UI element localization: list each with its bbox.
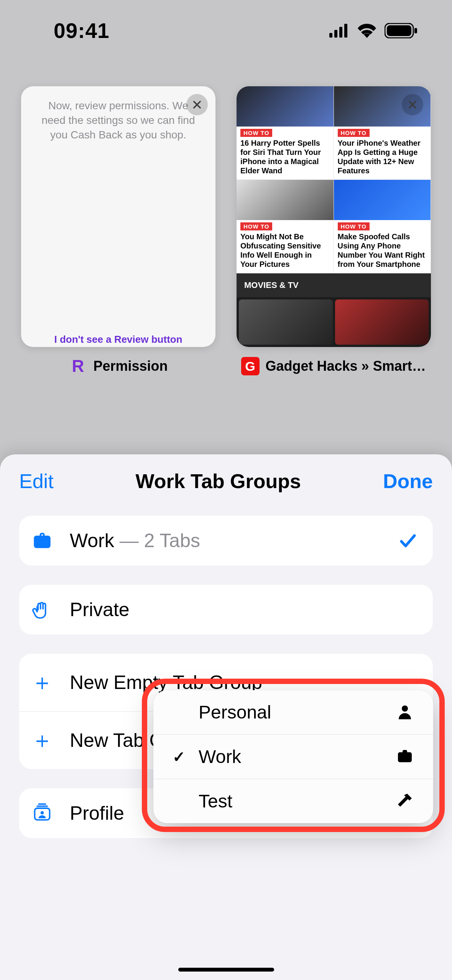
wifi-icon <box>357 23 377 38</box>
article-grid: HOW TO16 Harry Potter Spells for Siri Th… <box>237 86 431 273</box>
tab1-favicon: R <box>69 357 87 375</box>
hand-icon <box>31 600 54 620</box>
done-button[interactable]: Done <box>383 470 433 493</box>
hammer-icon <box>396 792 414 811</box>
plus-icon: ＋ <box>31 668 54 697</box>
close-tab-button[interactable] <box>402 94 423 115</box>
selected-check-icon: ✓ <box>173 748 188 766</box>
profile-option-work[interactable]: ✓ Work <box>153 734 433 779</box>
cellular-icon <box>329 24 349 38</box>
profile-picker-popover: Personal ✓ Work Test <box>153 690 433 823</box>
status-indicators <box>329 23 417 38</box>
movies-strip <box>237 297 431 347</box>
section-header: MOVIES & TV <box>237 273 431 297</box>
tab1-title: Permission <box>93 358 168 374</box>
plus-icon: ＋ <box>31 725 54 755</box>
tab-card-gadgethacks[interactable]: HOW TO16 Harry Potter Spells for Siri Th… <box>237 86 431 375</box>
tab-card-permission[interactable]: Now, review permissions. We need the set… <box>21 86 215 375</box>
profile-option-test[interactable]: Test <box>153 779 433 823</box>
briefcase-icon <box>31 531 54 551</box>
profile-icon <box>31 803 54 823</box>
tab2-favicon: G <box>241 357 260 375</box>
edit-button[interactable]: Edit <box>19 470 54 493</box>
home-indicator <box>178 968 274 972</box>
svg-point-9 <box>402 705 408 712</box>
svg-rect-1 <box>334 30 337 38</box>
svg-point-8 <box>41 811 44 815</box>
close-tab-button[interactable] <box>186 94 208 115</box>
checkmark-icon <box>398 531 417 550</box>
svg-rect-5 <box>387 25 411 36</box>
tab-overview: Now, review permissions. We need the set… <box>0 86 452 375</box>
svg-rect-0 <box>329 33 332 38</box>
svg-rect-2 <box>339 27 342 38</box>
svg-rect-6 <box>414 28 417 33</box>
private-label: Private <box>70 599 417 621</box>
private-row[interactable]: Private <box>19 585 433 635</box>
briefcase-icon <box>396 748 414 766</box>
status-bar: 09:41 <box>0 0 452 61</box>
group-work-label: Work — 2 Tabs <box>70 529 382 552</box>
tab1-body: Now, review permissions. We need the set… <box>21 86 215 142</box>
profile-option-personal[interactable]: Personal <box>153 690 433 734</box>
person-icon <box>396 703 414 722</box>
svg-rect-3 <box>344 24 347 38</box>
tab2-title: Gadget Hacks » Smartph… <box>266 358 427 374</box>
sheet-title: Work Tab Groups <box>136 470 301 493</box>
tab1-bottom-link: I don't see a Review button <box>21 334 215 345</box>
status-time: 09:41 <box>54 18 110 43</box>
group-work-row[interactable]: Work — 2 Tabs <box>19 516 433 566</box>
battery-icon <box>385 23 417 38</box>
